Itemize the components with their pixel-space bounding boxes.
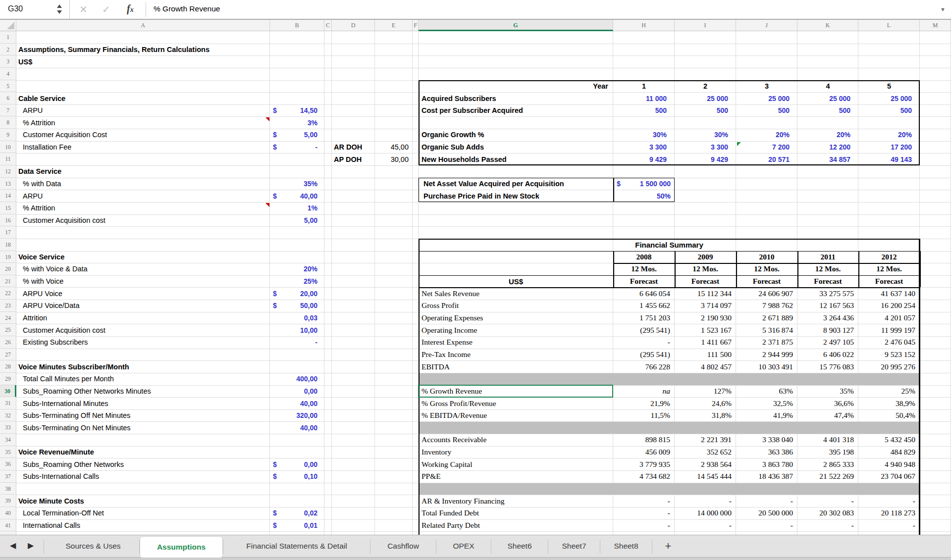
cell-G14-label[interactable]: Purchase Price Paid in New Stock [423,190,618,202]
cell-K31-value[interactable]: 36,6% [797,397,854,409]
cell-H35-value[interactable]: 456 009 [613,446,670,458]
cell-J37-value[interactable]: 18 436 387 [736,470,793,483]
row-header-8[interactable]: 8 [0,116,16,129]
row-header-24[interactable]: 24 [0,312,16,324]
cell-J7-value[interactable]: 500 [736,104,790,117]
cell-L41-value[interactable]: - [858,519,915,532]
column-header-I[interactable]: I [675,20,736,31]
summary-year-2009[interactable]: 2009 [675,251,736,263]
column-header-L[interactable]: L [858,20,920,31]
summary-currency-label[interactable]: US$ [419,275,613,288]
cell-G27-label[interactable]: Pre-Tax Income [422,349,613,361]
cell-B9-value[interactable]: 5,00 [270,129,317,141]
cell-J27-value[interactable]: 2 944 999 [736,349,793,361]
column-header-D[interactable]: D [332,20,375,31]
cell-K39-value[interactable]: - [797,495,854,507]
cell-L24-value[interactable]: 4 201 057 [858,312,915,324]
cell-K7-value[interactable]: 500 [797,104,850,117]
cell-I26-value[interactable]: 1 411 667 [675,336,732,349]
cell-B32-value[interactable]: 320,00 [270,409,317,422]
summary-year-2010[interactable]: 2010 [736,251,797,263]
row-header-16[interactable]: 16 [0,214,16,227]
cell-J36-value[interactable]: 3 863 780 [736,458,793,470]
cell-L37-value[interactable]: 23 704 067 [858,470,915,483]
summary-scenario-2012[interactable]: Forecast [858,275,920,288]
cell-A9-label[interactable]: Customer Acquisition Cost [23,129,270,141]
cell-G37-label[interactable]: PP&E [422,470,613,483]
cell-G10-label[interactable]: Organic Sub Adds [422,141,616,153]
cell-A16-label[interactable]: Customer Acquisition cost [23,214,270,227]
cell-K28-value[interactable]: 15 776 083 [797,360,854,373]
cell-B15-value[interactable]: 1% [270,202,317,214]
summary-year-2008[interactable]: 2008 [613,251,675,263]
cell-G36-label[interactable]: Working Capital [422,458,613,470]
cell-G30-label[interactable]: % Growth Revenue [422,385,613,398]
row-header-13[interactable]: 13 [0,178,16,190]
cell-A29-label[interactable]: Total Call Minutes per Month [23,373,270,385]
year-table-year-5[interactable]: 5 [858,80,920,93]
cell-H28-value[interactable]: 766 228 [613,360,670,373]
cell-A26-label[interactable]: Existing Subscribers [23,336,270,349]
row-header-30[interactable]: 30 [0,385,16,398]
cell-G32-label[interactable]: % EBITDA/Revenue [422,409,613,422]
cell-A30-label[interactable]: Subs_Roaming Other Networks Minutes [23,385,270,398]
cell-G39-label[interactable]: AR & Inventory Financing [422,495,613,507]
cell-A12-label[interactable]: Data Service [18,165,266,178]
row-header-33[interactable]: 33 [0,421,16,434]
cell-I32-value[interactable]: 31,8% [675,409,732,422]
cell-G7-label[interactable]: Cost per Subscriber Acquired [422,104,616,117]
cell-K11-value[interactable]: 34 857 [797,153,850,165]
year-table-year-4[interactable]: 4 [797,80,858,93]
cell-K22-value[interactable]: 33 275 575 [797,287,854,300]
cell-I9-value[interactable]: 30% [675,129,728,141]
row-header-15[interactable]: 15 [0,202,16,214]
cell-H25-value[interactable]: (295 541) [613,324,670,336]
cell-L40-value[interactable]: 20 118 273 [858,507,915,519]
cell-H11-value[interactable]: 9 429 [613,153,667,165]
cell-A8-label[interactable]: % Attrition [23,116,270,129]
cell-G23-label[interactable]: Gross Profit [422,300,613,312]
summary-scenario-2011[interactable]: Forecast [797,275,858,288]
column-header-J[interactable]: J [736,20,797,31]
cell-B7-value[interactable]: 14,50 [270,104,317,117]
summary-period-2010[interactable]: 12 Mos. [736,263,797,275]
cell-B25-value[interactable]: 10,00 [270,324,317,336]
row-header-23[interactable]: 23 [0,300,16,312]
cell-G25-label[interactable]: Operating Income [422,324,613,336]
cell-J39-value[interactable]: - [736,495,793,507]
tab-opex[interactable]: OPEX [436,535,491,557]
cell-L26-value[interactable]: 2 476 045 [858,336,915,349]
tab-scroll-right-icon[interactable]: ▶ [28,541,34,550]
cell-H27-value[interactable]: (295 541) [613,349,670,361]
cell-I36-value[interactable]: 2 938 564 [675,458,732,470]
cell-H23-value[interactable]: 1 455 662 [613,300,670,312]
row-header-3[interactable]: 3 [0,55,16,68]
cell-K35-value[interactable]: 395 198 [797,446,854,458]
row-header-26[interactable]: 26 [0,336,16,349]
cell-H36-value[interactable]: 3 779 935 [613,458,670,470]
cell-I27-value[interactable]: 111 500 [675,349,732,361]
cell-G11-label[interactable]: New Households Passed [422,153,616,165]
cell-J30-value[interactable]: 63% [736,385,793,398]
summary-year-2011[interactable]: 2011 [797,251,858,263]
cell-K37-value[interactable]: 21 522 269 [797,470,854,483]
cell-A22-label[interactable]: ARPU Voice [23,287,270,300]
cell-J40-value[interactable]: 20 500 000 [736,507,793,519]
cell-A19-label[interactable]: Voice Service [18,251,266,263]
cell-G6-label[interactable]: Acquired Subscribers [422,92,616,104]
cell-G35-label[interactable]: Inventory [422,446,613,458]
cell-B10-value[interactable]: - [270,141,317,153]
cell-B31-value[interactable]: 40,00 [270,397,317,409]
cell-A15-label[interactable]: % Attrition [23,202,270,214]
cell-H13-value[interactable]: 1 500 000 [613,178,671,190]
cell-I34-value[interactable]: 2 221 391 [675,434,732,446]
row-header-11[interactable]: 11 [0,153,16,165]
cell-A32-label[interactable]: Subs-Terminating Off Net Minutes [23,409,270,422]
cell-G13-label[interactable]: Net Asset Value Acquired per Acquisition [423,178,618,190]
cell-B23-value[interactable]: 50,00 [270,300,317,312]
cell-A36-label[interactable]: Subs_Roaming Other Networks [23,458,270,470]
row-header-22[interactable]: 22 [0,287,16,300]
cell-H24-value[interactable]: 1 751 203 [613,312,670,324]
column-header-G[interactable]: G [419,20,613,31]
cell-G24-label[interactable]: Operating Expenses [422,312,613,324]
